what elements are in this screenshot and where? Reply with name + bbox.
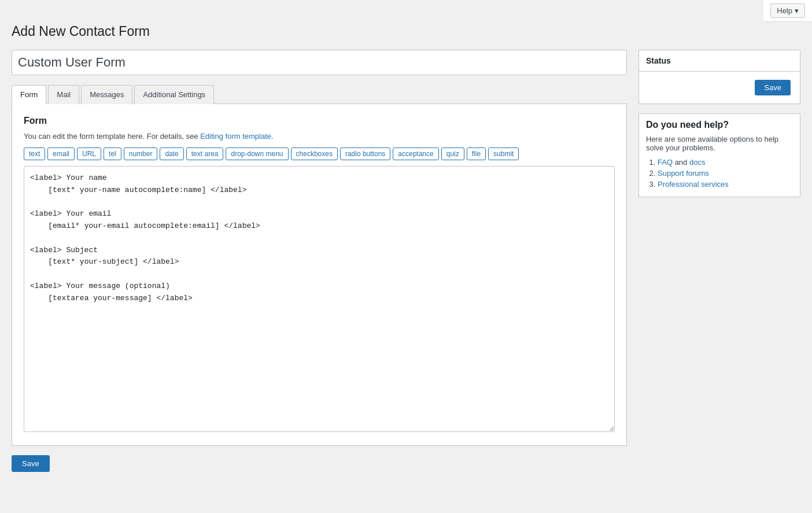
tag-btn-date[interactable]: date (160, 147, 183, 160)
professional-services-link[interactable]: Professional services (658, 180, 729, 189)
help-list-item-1: FAQ and docs (658, 158, 793, 167)
tag-btn-checkboxes[interactable]: checkboxes (291, 147, 338, 160)
help-button[interactable]: Help ▾ (770, 3, 805, 18)
tag-btn-email[interactable]: email (47, 147, 75, 160)
tab-form[interactable]: Form (12, 85, 46, 104)
top-bar: Help ▾ (763, 0, 812, 22)
form-code-editor[interactable]: <label> Your name [text* your-name autoc… (24, 166, 615, 432)
page-wrapper: Add New Contact Form Form Mail Messages … (0, 0, 812, 488)
help-box-title: Do you need help? (646, 120, 793, 130)
tab-additional-settings[interactable]: Additional Settings (134, 85, 214, 104)
help-box: Do you need help? Here are some availabl… (638, 113, 800, 197)
left-column: Form Mail Messages Additional Settings F… (12, 50, 627, 477)
status-box-content: Save (639, 72, 800, 104)
form-description: You can edit the form template here. For… (24, 132, 615, 141)
form-section-title: Form (24, 116, 615, 126)
support-forums-link[interactable]: Support forums (658, 169, 709, 178)
help-list-item-3: Professional services (658, 180, 793, 189)
tab-panel-form: Form You can edit the form template here… (12, 104, 627, 446)
tag-btn-textarea[interactable]: text area (186, 147, 224, 160)
tag-btn-quiz[interactable]: quiz (441, 147, 464, 160)
help-box-desc: Here are some available options to help … (646, 135, 793, 152)
tag-btn-text[interactable]: text (24, 147, 45, 160)
main-layout: Form Mail Messages Additional Settings F… (12, 50, 800, 477)
help-label: Help (777, 6, 792, 15)
faq-link[interactable]: FAQ (658, 158, 673, 167)
tag-btn-tel[interactable]: tel (104, 147, 121, 160)
tag-btn-dropdown[interactable]: drop-down menu (226, 147, 288, 160)
right-column: Status Save Do you need help? Here are s… (638, 50, 800, 206)
help-dropdown-icon: ▾ (795, 6, 799, 15)
tabs-nav: Form Mail Messages Additional Settings (12, 84, 627, 104)
form-name-input[interactable] (12, 50, 627, 75)
tag-btn-submit[interactable]: submit (488, 147, 519, 160)
tag-btn-radio[interactable]: radio buttons (340, 147, 390, 160)
help-list-item-2: Support forums (658, 169, 793, 178)
save-bottom-button[interactable]: Save (12, 455, 50, 472)
status-box: Status Save (638, 50, 800, 104)
tab-mail[interactable]: Mail (48, 85, 79, 104)
help-list: FAQ and docs Support forums Professional… (646, 158, 793, 189)
tab-messages[interactable]: Messages (81, 85, 132, 104)
tag-btn-file[interactable]: file (467, 147, 486, 160)
desc-suffix: . (271, 132, 274, 141)
status-save-button[interactable]: Save (755, 80, 791, 95)
tag-btn-acceptance[interactable]: acceptance (393, 147, 438, 160)
docs-link[interactable]: docs (689, 158, 705, 167)
tag-buttons-container: text email URL tel number date text area… (24, 147, 615, 160)
page-title: Add New Contact Form (12, 23, 800, 40)
bottom-bar: Save (12, 446, 627, 477)
desc-prefix: You can edit the form template here. For… (24, 132, 200, 141)
status-box-header: Status (639, 50, 800, 72)
tag-btn-url[interactable]: URL (77, 147, 101, 160)
editing-form-template-link[interactable]: Editing form template (200, 132, 271, 141)
tag-btn-number[interactable]: number (124, 147, 158, 160)
help-box-content: Do you need help? Here are some availabl… (639, 114, 800, 197)
